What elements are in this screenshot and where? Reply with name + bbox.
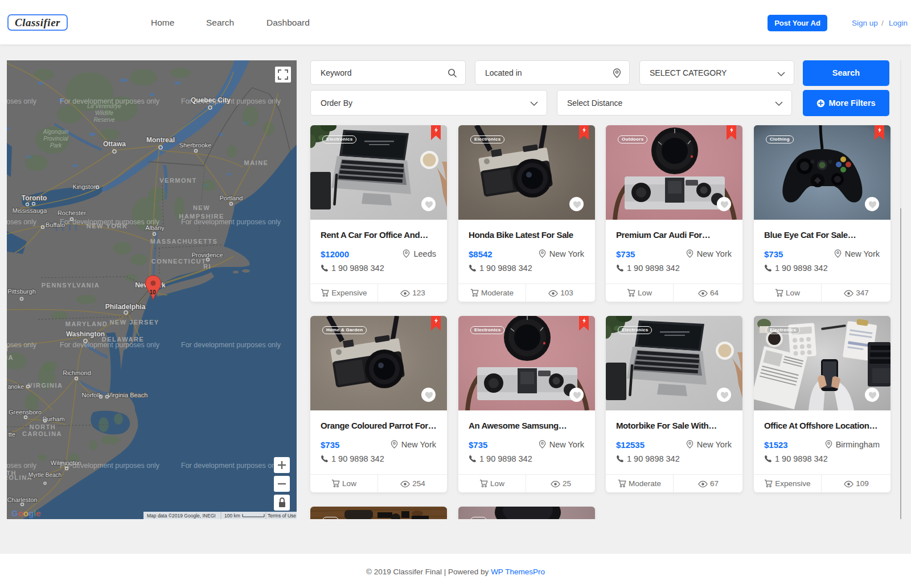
svg-text:NEW: NEW <box>193 204 210 211</box>
svg-text:Washington: Washington <box>66 330 105 338</box>
svg-text:VERMONT: VERMONT <box>159 177 197 184</box>
svg-text:PENNSYLVANIA: PENNSYLVANIA <box>42 282 100 289</box>
svg-text:CONNECTICUT: CONNECTICUT <box>151 258 207 265</box>
svg-text:VIRGINIA: VIRGINIA <box>7 354 14 361</box>
svg-text:Ottawa: Ottawa <box>103 140 126 148</box>
svg-text:Sherbrooke: Sherbrooke <box>179 142 212 149</box>
svg-text:Norfolk: Norfolk <box>82 392 102 398</box>
svg-text:MASSACHUSETTS: MASSACHUSETTS <box>150 238 218 245</box>
svg-text:For development purposes only: For development purposes only <box>60 462 160 470</box>
svg-text:For development purposes only: For development purposes only <box>181 462 281 470</box>
svg-text:For development purposes only: For development purposes only <box>60 97 160 105</box>
svg-text:100 km: 100 km <box>224 513 240 519</box>
svg-text:RI: RI <box>203 263 211 270</box>
svg-text:Rochester: Rochester <box>58 209 86 216</box>
svg-text:NORTH: NORTH <box>30 423 56 430</box>
svg-text:Richmond: Richmond <box>63 369 91 376</box>
svg-text:10: 10 <box>149 289 156 295</box>
svg-text:For development purposes only: For development purposes only <box>60 218 160 226</box>
svg-text:anoke: anoke <box>7 383 24 390</box>
svg-text:MARYLAND: MARYLAND <box>65 320 108 327</box>
svg-text:Provincial: Provincial <box>43 135 68 142</box>
svg-text:tte: tte <box>9 431 15 438</box>
svg-text:Google: Google <box>11 508 41 518</box>
svg-text:Mississauga: Mississauga <box>13 207 47 214</box>
svg-text:NEW JERSEY: NEW JERSEY <box>109 319 159 326</box>
svg-text:CAROLINA: CAROLINA <box>22 430 62 437</box>
svg-text:Reserve: Reserve <box>93 117 115 123</box>
svg-text:For development purposes only: For development purposes only <box>7 341 37 349</box>
svg-text:Map data ©2019 Google, INEGI: Map data ©2019 Google, INEGI <box>147 513 216 519</box>
svg-text:For development purposes only: For development purposes only <box>7 218 37 226</box>
svg-text:Wildlife: Wildlife <box>95 110 114 116</box>
svg-text:Park: Park <box>50 142 63 149</box>
svg-text:Virginia Beach: Virginia Beach <box>108 392 148 398</box>
svg-text:Providence: Providence <box>191 252 223 258</box>
svg-text:Toronto: Toronto <box>22 194 47 202</box>
svg-text:For development purposes only: For development purposes only <box>181 97 281 105</box>
svg-text:Pittsburgh: Pittsburgh <box>7 288 36 295</box>
svg-text:Portland: Portland <box>220 195 243 202</box>
svg-text:Kingston: Kingston <box>73 183 97 190</box>
svg-text:Montreal: Montreal <box>146 136 175 144</box>
svg-text:Algonquin: Algonquin <box>43 129 69 135</box>
svg-text:For development purposes only: For development purposes only <box>181 341 281 349</box>
svg-text:Myrtle Beach: Myrtle Beach <box>28 472 61 478</box>
svg-text:Philadelphia: Philadelphia <box>105 303 146 311</box>
svg-text:MAINE: MAINE <box>244 159 269 166</box>
svg-text:For development purposes only: For development purposes only <box>7 97 37 105</box>
svg-text:Greensboro: Greensboro <box>9 409 42 416</box>
svg-text:For development purposes only: For development purposes only <box>60 341 160 349</box>
svg-text:Charleston: Charleston <box>7 496 37 503</box>
svg-text:For development purposes only: For development purposes only <box>181 218 281 226</box>
svg-text:Terms of Use: Terms of Use <box>268 513 296 519</box>
svg-text:For development purposes only: For development purposes only <box>7 462 37 470</box>
svg-text:VIRGINIA: VIRGINIA <box>28 382 63 389</box>
